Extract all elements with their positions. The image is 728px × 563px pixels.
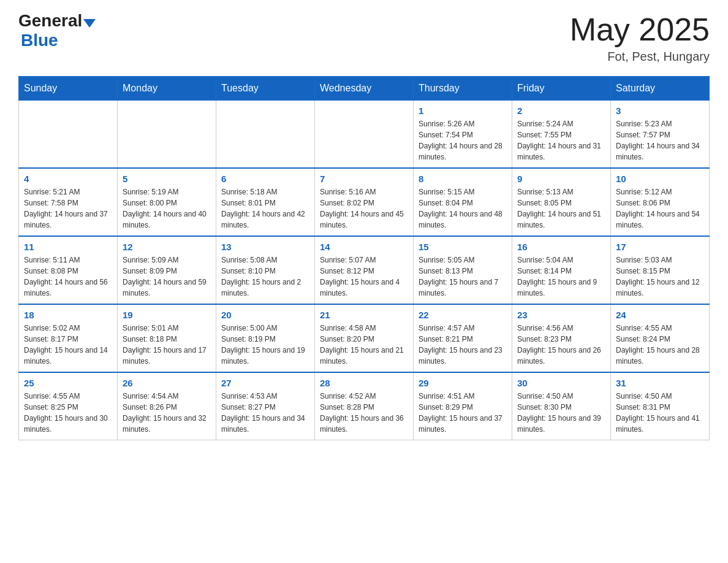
day-sun-info: Sunrise: 5:04 AMSunset: 8:14 PMDaylight:…	[517, 255, 605, 299]
calendar-day-header: Wednesday	[315, 77, 414, 101]
logo-blue-text: Blue	[21, 31, 58, 50]
day-sun-info: Sunrise: 5:19 AMSunset: 8:00 PMDaylight:…	[123, 186, 211, 231]
day-number: 18	[24, 310, 112, 320]
calendar-day-cell: 15Sunrise: 5:05 AMSunset: 8:13 PMDayligh…	[414, 236, 512, 304]
day-sun-info: Sunrise: 4:58 AMSunset: 8:20 PMDaylight:…	[320, 323, 408, 367]
day-number: 31	[616, 378, 704, 388]
calendar-week-row: 25Sunrise: 4:55 AMSunset: 8:25 PMDayligh…	[19, 372, 710, 440]
calendar-day-cell: 2Sunrise: 5:24 AMSunset: 7:55 PMDaylight…	[512, 101, 611, 169]
day-sun-info: Sunrise: 5:18 AMSunset: 8:01 PMDaylight:…	[221, 186, 309, 231]
calendar-day-cell: 17Sunrise: 5:03 AMSunset: 8:15 PMDayligh…	[611, 236, 710, 304]
day-sun-info: Sunrise: 4:51 AMSunset: 8:29 PMDaylight:…	[419, 391, 507, 435]
day-sun-info: Sunrise: 5:01 AMSunset: 8:18 PMDaylight:…	[123, 323, 211, 367]
title-block: May 2025 Fot, Pest, Hungary	[570, 12, 710, 64]
calendar-day-cell	[216, 101, 315, 169]
day-number: 19	[123, 310, 211, 320]
calendar-day-cell: 7Sunrise: 5:16 AMSunset: 8:02 PMDaylight…	[315, 168, 414, 236]
calendar-day-header: Friday	[512, 77, 611, 101]
day-number: 11	[24, 242, 112, 252]
calendar-day-cell: 3Sunrise: 5:23 AMSunset: 7:57 PMDaylight…	[611, 101, 710, 169]
day-sun-info: Sunrise: 4:53 AMSunset: 8:27 PMDaylight:…	[221, 391, 309, 435]
month-year-title: May 2025	[570, 12, 710, 47]
calendar-day-cell: 8Sunrise: 5:15 AMSunset: 8:04 PMDaylight…	[414, 168, 512, 236]
day-number: 12	[123, 242, 211, 252]
calendar-day-header: Sunday	[19, 77, 118, 101]
day-number: 10	[616, 174, 704, 184]
calendar-day-cell: 20Sunrise: 5:00 AMSunset: 8:19 PMDayligh…	[216, 304, 315, 372]
day-sun-info: Sunrise: 5:07 AMSunset: 8:12 PMDaylight:…	[320, 255, 408, 299]
day-sun-info: Sunrise: 5:15 AMSunset: 8:04 PMDaylight:…	[419, 186, 507, 231]
day-sun-info: Sunrise: 5:09 AMSunset: 8:09 PMDaylight:…	[123, 255, 211, 299]
day-sun-info: Sunrise: 5:23 AMSunset: 7:57 PMDaylight:…	[616, 118, 704, 163]
day-number: 27	[221, 378, 309, 388]
day-sun-info: Sunrise: 5:12 AMSunset: 8:06 PMDaylight:…	[616, 186, 704, 231]
calendar-week-row: 11Sunrise: 5:11 AMSunset: 8:08 PMDayligh…	[19, 236, 710, 304]
day-sun-info: Sunrise: 4:52 AMSunset: 8:28 PMDaylight:…	[320, 391, 408, 435]
calendar-day-cell: 16Sunrise: 5:04 AMSunset: 8:14 PMDayligh…	[512, 236, 611, 304]
calendar-day-cell: 21Sunrise: 4:58 AMSunset: 8:20 PMDayligh…	[315, 304, 414, 372]
day-number: 22	[419, 310, 507, 320]
calendar-day-cell: 27Sunrise: 4:53 AMSunset: 8:27 PMDayligh…	[216, 372, 315, 440]
day-sun-info: Sunrise: 5:13 AMSunset: 8:05 PMDaylight:…	[517, 186, 605, 231]
day-number: 5	[123, 174, 211, 184]
calendar-day-cell: 6Sunrise: 5:18 AMSunset: 8:01 PMDaylight…	[216, 168, 315, 236]
day-number: 16	[517, 242, 605, 252]
day-number: 6	[221, 174, 309, 184]
calendar-day-cell: 11Sunrise: 5:11 AMSunset: 8:08 PMDayligh…	[19, 236, 118, 304]
location-subtitle: Fot, Pest, Hungary	[570, 50, 710, 64]
calendar-day-cell: 25Sunrise: 4:55 AMSunset: 8:25 PMDayligh…	[19, 372, 118, 440]
page-header: General Blue May 2025 Fot, Pest, Hungary	[18, 12, 710, 64]
day-sun-info: Sunrise: 4:57 AMSunset: 8:21 PMDaylight:…	[419, 323, 507, 367]
calendar-day-cell: 19Sunrise: 5:01 AMSunset: 8:18 PMDayligh…	[118, 304, 216, 372]
calendar-day-cell: 13Sunrise: 5:08 AMSunset: 8:10 PMDayligh…	[216, 236, 315, 304]
day-sun-info: Sunrise: 5:16 AMSunset: 8:02 PMDaylight:…	[320, 186, 408, 231]
day-number: 15	[419, 242, 507, 252]
calendar-day-cell: 30Sunrise: 4:50 AMSunset: 8:30 PMDayligh…	[512, 372, 611, 440]
day-number: 28	[320, 378, 408, 388]
day-number: 2	[517, 105, 605, 116]
day-number: 4	[24, 174, 112, 184]
calendar-day-header: Monday	[118, 77, 216, 101]
day-sun-info: Sunrise: 4:50 AMSunset: 8:31 PMDaylight:…	[616, 391, 704, 435]
day-number: 1	[419, 105, 507, 116]
calendar-day-cell: 5Sunrise: 5:19 AMSunset: 8:00 PMDaylight…	[118, 168, 216, 236]
calendar-day-cell	[315, 101, 414, 169]
day-number: 25	[24, 378, 112, 388]
day-sun-info: Sunrise: 5:02 AMSunset: 8:17 PMDaylight:…	[24, 323, 112, 367]
calendar-day-cell: 10Sunrise: 5:12 AMSunset: 8:06 PMDayligh…	[611, 168, 710, 236]
calendar-day-cell	[19, 101, 118, 169]
calendar-day-header: Saturday	[611, 77, 710, 101]
logo: General Blue	[18, 12, 97, 50]
calendar-day-cell: 18Sunrise: 5:02 AMSunset: 8:17 PMDayligh…	[19, 304, 118, 372]
logo-triangle-icon	[83, 19, 96, 28]
day-number: 24	[616, 310, 704, 320]
day-sun-info: Sunrise: 4:50 AMSunset: 8:30 PMDaylight:…	[517, 391, 605, 435]
day-number: 3	[616, 105, 704, 116]
day-sun-info: Sunrise: 4:55 AMSunset: 8:25 PMDaylight:…	[24, 391, 112, 435]
calendar-day-cell: 24Sunrise: 4:55 AMSunset: 8:24 PMDayligh…	[611, 304, 710, 372]
day-sun-info: Sunrise: 5:24 AMSunset: 7:55 PMDaylight:…	[517, 118, 605, 163]
day-number: 14	[320, 242, 408, 252]
day-number: 23	[517, 310, 605, 320]
calendar-day-cell: 23Sunrise: 4:56 AMSunset: 8:23 PMDayligh…	[512, 304, 611, 372]
day-number: 21	[320, 310, 408, 320]
calendar-day-cell: 26Sunrise: 4:54 AMSunset: 8:26 PMDayligh…	[118, 372, 216, 440]
day-sun-info: Sunrise: 5:05 AMSunset: 8:13 PMDaylight:…	[419, 255, 507, 299]
calendar-day-cell: 14Sunrise: 5:07 AMSunset: 8:12 PMDayligh…	[315, 236, 414, 304]
calendar-day-cell: 12Sunrise: 5:09 AMSunset: 8:09 PMDayligh…	[118, 236, 216, 304]
calendar-day-cell	[118, 101, 216, 169]
calendar-table: SundayMondayTuesdayWednesdayThursdayFrid…	[18, 76, 710, 440]
day-sun-info: Sunrise: 4:56 AMSunset: 8:23 PMDaylight:…	[517, 323, 605, 367]
calendar-day-cell: 28Sunrise: 4:52 AMSunset: 8:28 PMDayligh…	[315, 372, 414, 440]
day-number: 20	[221, 310, 309, 320]
calendar-day-cell: 22Sunrise: 4:57 AMSunset: 8:21 PMDayligh…	[414, 304, 512, 372]
day-sun-info: Sunrise: 4:54 AMSunset: 8:26 PMDaylight:…	[123, 391, 211, 435]
logo-general-text: General	[18, 12, 82, 29]
day-sun-info: Sunrise: 4:55 AMSunset: 8:24 PMDaylight:…	[616, 323, 704, 367]
day-number: 17	[616, 242, 704, 252]
day-sun-info: Sunrise: 5:03 AMSunset: 8:15 PMDaylight:…	[616, 255, 704, 299]
day-sun-info: Sunrise: 5:00 AMSunset: 8:19 PMDaylight:…	[221, 323, 309, 367]
day-sun-info: Sunrise: 5:21 AMSunset: 7:58 PMDaylight:…	[24, 186, 112, 231]
calendar-day-cell: 29Sunrise: 4:51 AMSunset: 8:29 PMDayligh…	[414, 372, 512, 440]
calendar-header-row: SundayMondayTuesdayWednesdayThursdayFrid…	[19, 77, 710, 101]
